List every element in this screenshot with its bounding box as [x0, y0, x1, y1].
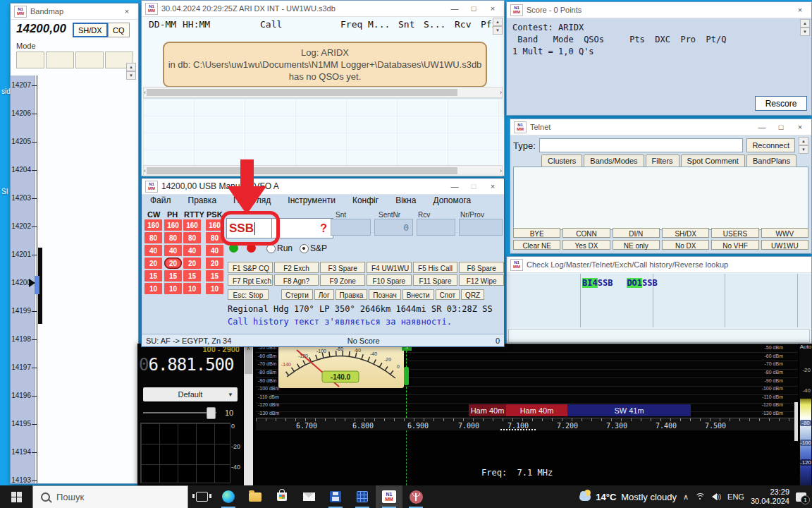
entry-titlebar[interactable]: N1MM 14200,00 USB Manual - VFO A — □ ×	[142, 179, 504, 195]
language-indicator[interactable]: ENG	[727, 492, 744, 501]
volume-slider-track[interactable]	[143, 412, 216, 413]
close-icon[interactable]: ×	[792, 6, 808, 14]
f3-button[interactable]: F3 Spare	[320, 262, 365, 273]
ne-only-button[interactable]: NE only	[613, 240, 660, 250]
shdx-button[interactable]: SH/DX	[73, 23, 108, 37]
log-column-header[interactable]: Rcv	[455, 19, 471, 30]
spin-down-icon[interactable]: ▼	[126, 71, 136, 80]
sdr-vertical-scrollbar[interactable]: ∧	[244, 344, 253, 485]
spin-down-icon[interactable]: ▼	[799, 145, 808, 154]
band-button-selected[interactable]: 20	[164, 258, 182, 269]
menu-help[interactable]: Допомога	[433, 195, 471, 205]
clear-ne-button[interactable]: Clear NE	[513, 240, 560, 250]
bandmap-tuned-marker[interactable]	[35, 276, 39, 294]
log-titlebar[interactable]: N1MM 30.04.2024 20:29:25Z ARI DX INT - U…	[142, 1, 504, 17]
spin-down-icon[interactable]: ▼	[493, 26, 503, 35]
spin-up-icon[interactable]: ▲	[800, 19, 810, 28]
f5-button[interactable]: F5 His Call	[413, 262, 458, 273]
band-button[interactable]: 160	[144, 219, 162, 231]
log-column-header[interactable]: DD-MM	[149, 19, 176, 30]
score-titlebar[interactable]: N1MM Score - 0 Points ×	[507, 2, 811, 18]
bandmap-titlebar[interactable]: N1MM Bandmap ×	[11, 4, 138, 20]
din-button[interactable]: DI/N	[613, 228, 660, 238]
tray-expand-icon[interactable]: ∧	[683, 492, 689, 502]
mode-slot[interactable]	[75, 52, 104, 68]
log-column-header[interactable]: S...	[424, 19, 445, 30]
scroll-left-icon[interactable]: ‹	[144, 89, 146, 96]
close-icon[interactable]: ×	[792, 123, 808, 131]
users-button[interactable]: USERS	[711, 228, 758, 238]
close-icon[interactable]: ×	[485, 4, 500, 13]
waterfall-display[interactable]: Freq: 7.1 MHz	[256, 430, 798, 485]
band-button[interactable]: 20	[144, 258, 162, 269]
waterfall-intensity-scale[interactable]: Auto -20 -40 -80 -100 -120	[799, 344, 812, 485]
store-button[interactable]: Внести	[402, 289, 434, 300]
bye-button[interactable]: BYE	[513, 228, 560, 238]
taskbar-item-store[interactable]	[269, 485, 295, 508]
taskbar-weather[interactable]: 14°C Mostly cloudy	[579, 492, 677, 502]
exchange-input[interactable]: ?	[271, 218, 333, 238]
band-button[interactable]: 10	[206, 283, 223, 294]
band-button[interactable]: 15	[164, 270, 182, 282]
f11-button[interactable]: F11 Spare	[413, 274, 458, 286]
scroll-right-icon[interactable]: ›	[500, 167, 502, 174]
check-titlebar[interactable]: N1MM Check Log/Master/Telnet/Exch/Call h…	[507, 257, 811, 273]
menu-windows[interactable]: Вікна	[395, 195, 416, 205]
bandplan-sw41m[interactable]: SW 41m	[567, 404, 691, 416]
frequency-axis[interactable]: 6.700 6.800 6.900 7.000 7.100 7.200 7.30…	[256, 418, 798, 431]
band-button[interactable]: 15	[183, 270, 201, 282]
f8-button[interactable]: F8 Agn?	[274, 274, 319, 286]
band-button[interactable]: 40	[206, 245, 223, 256]
bandmap-zoom-spinner[interactable]: ▲ ▼	[126, 63, 136, 80]
log-spinner[interactable]: ▲ ▼	[493, 18, 503, 35]
taskbar-item-mail[interactable]	[295, 485, 322, 508]
snt-field[interactable]	[331, 219, 371, 236]
wwv-button[interactable]: WWV	[761, 228, 808, 238]
right-scrollbar-fragment[interactable]	[794, 402, 798, 441]
bandplan-ham40m[interactable]: Ham 40m	[506, 404, 567, 416]
telnet-spinner[interactable]: ▲ ▼	[799, 137, 808, 154]
spin-down-icon[interactable]: ▼	[800, 28, 810, 36]
shdx-button[interactable]: SH/DX	[662, 228, 709, 238]
telnet-titlebar[interactable]: N1MM Telnet — □ ×	[510, 119, 811, 135]
minimize-icon[interactable]: —	[754, 123, 770, 131]
rcv-field[interactable]	[417, 219, 455, 236]
taskbar-item-explorer[interactable]	[242, 485, 269, 508]
tab-spot-comment[interactable]: Spot Comment	[681, 155, 745, 167]
f2-button[interactable]: F2 Exch	[274, 262, 319, 273]
check-call[interactable]: DO1SSB	[627, 278, 657, 288]
qrz-button[interactable]: QRZ	[461, 289, 484, 300]
scroll-left-icon[interactable]: ‹	[144, 167, 146, 174]
sp-radio[interactable]	[300, 244, 309, 253]
log-button[interactable]: Лог	[314, 289, 334, 300]
band-button[interactable]: 15	[206, 270, 223, 282]
f6-button[interactable]: F6 Spare	[459, 262, 504, 273]
wifi-icon[interactable]	[695, 493, 706, 500]
minimize-icon[interactable]: —	[447, 4, 462, 13]
mark-button[interactable]: Познач	[369, 289, 400, 300]
band-button[interactable]: 10	[164, 283, 182, 294]
task-view-button[interactable]	[188, 485, 215, 508]
taskbar-clock[interactable]: 23:29 30.04.2024	[751, 488, 789, 506]
band-button[interactable]: 10	[144, 283, 162, 294]
spin-up-icon[interactable]: ▲	[799, 137, 808, 145]
edit-button[interactable]: Правка	[336, 289, 368, 300]
telnet-command-input[interactable]	[539, 138, 744, 152]
bandplan-ham40m-cw[interactable]: Ham 40m	[469, 404, 506, 416]
mode-slot[interactable]	[46, 52, 74, 68]
scroll-right-icon[interactable]: ›	[500, 89, 502, 96]
sentnr-field[interactable]: 0	[374, 219, 413, 236]
taskbar-item-sdr[interactable]	[402, 485, 429, 508]
conn-button[interactable]: CONN	[562, 228, 610, 238]
band-button[interactable]: 10	[183, 283, 201, 294]
log-column-header[interactable]: HH:MM	[183, 19, 210, 30]
telnet-output-area[interactable]	[513, 167, 808, 230]
taskbar-search[interactable]: Пошук	[32, 485, 188, 508]
reconnect-button[interactable]: Reconnect	[746, 138, 795, 152]
log-column-header[interactable]: M...	[368, 19, 390, 30]
f1-button[interactable]: F1 S&P CQ	[228, 262, 273, 273]
minimize-icon[interactable]: —	[447, 182, 462, 190]
band-button[interactable]: 160	[164, 219, 182, 231]
log-grid-pane[interactable]	[143, 98, 503, 165]
f12-button[interactable]: F12 Wipe	[459, 274, 504, 286]
